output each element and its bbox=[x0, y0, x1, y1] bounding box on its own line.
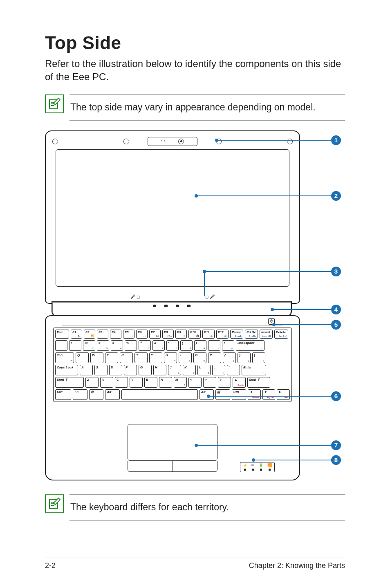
key: Y bbox=[149, 352, 162, 363]
key: F7⌧ bbox=[149, 330, 161, 339]
key: {[ bbox=[223, 352, 236, 363]
camera-lens-icon bbox=[178, 139, 184, 144]
key: X bbox=[100, 377, 113, 388]
key: K2 bbox=[183, 365, 196, 375]
key: ~` bbox=[55, 340, 67, 351]
key: Alt bbox=[105, 389, 120, 400]
key: Enter↵ bbox=[242, 365, 266, 375]
page-number: 2-2 bbox=[45, 561, 56, 570]
status-led: 📶 bbox=[267, 464, 272, 471]
key: F10🔇 bbox=[188, 330, 201, 339]
key: Prt ScSysRq bbox=[245, 330, 258, 339]
note-top: The top side may vary in appearance depe… bbox=[45, 94, 345, 121]
key: ^6 bbox=[139, 340, 151, 351]
callout-3: 3 bbox=[331, 267, 341, 276]
key: ▤ bbox=[215, 389, 230, 400]
mic-icon: 🎤 ◻ bbox=[130, 294, 140, 299]
callout-6: 6 bbox=[331, 391, 341, 401]
key: F bbox=[124, 365, 137, 375]
status-indicators: ⚡✉🔋📶 bbox=[240, 462, 275, 472]
bezel-hole-icon bbox=[287, 139, 293, 144]
key: PauseBreak bbox=[230, 330, 243, 339]
key: &7 bbox=[152, 340, 165, 351]
note-text-1: The top side may vary in appearance depe… bbox=[69, 94, 345, 121]
key: Z bbox=[85, 377, 99, 388]
key: Alt bbox=[199, 389, 214, 400]
key: D bbox=[109, 365, 122, 375]
key: DeleteScr LK bbox=[274, 330, 288, 339]
status-led: ✉ bbox=[251, 464, 255, 471]
key: ◄Home bbox=[248, 389, 261, 400]
key: Ctrl bbox=[232, 389, 247, 400]
key: A bbox=[80, 365, 93, 375]
note-text-2: The keyboard differs for each territory. bbox=[69, 494, 345, 521]
mic-icon: ◻ 🎤 bbox=[205, 294, 215, 299]
key: @2 bbox=[83, 340, 95, 351]
key: H bbox=[153, 365, 166, 375]
keyboard: EscF1ZzF2📶F3F4F5☼↓F6☼↑F7⌧F8□/▭F9📋F10🔇F11… bbox=[53, 328, 292, 402]
key: G bbox=[139, 365, 152, 375]
touchpad-buttons bbox=[128, 461, 217, 472]
key: Tab⇥ bbox=[55, 352, 74, 363]
key: Ctrl bbox=[55, 389, 71, 400]
key: *8 bbox=[166, 340, 179, 351]
key: W bbox=[90, 352, 103, 363]
key: Backspace← bbox=[236, 340, 264, 351]
key: J1 bbox=[168, 365, 181, 375]
intro-text: Refer to the illustration below to ident… bbox=[45, 57, 345, 84]
touchpad bbox=[128, 424, 217, 461]
key: InsertNum LK bbox=[260, 330, 273, 339]
key: ▼PgDn bbox=[262, 389, 276, 400]
key: C bbox=[115, 377, 128, 388]
power-button-icon: ⏻ bbox=[268, 318, 275, 325]
key: #3 bbox=[97, 340, 109, 351]
key bbox=[121, 389, 198, 400]
key: Shift ⇧ bbox=[247, 377, 270, 388]
key: Shift ⇧ bbox=[55, 377, 84, 388]
key: F4 bbox=[110, 330, 121, 339]
callout-1: 1 bbox=[331, 135, 341, 145]
key: += bbox=[222, 340, 234, 351]
note-icon bbox=[45, 494, 64, 513]
note-bottom: The keyboard differs for each territory. bbox=[45, 494, 345, 521]
key: F6☼↑ bbox=[136, 330, 148, 339]
camera-module: 1.3 bbox=[148, 137, 197, 146]
key: $4 bbox=[111, 340, 123, 351]
key: (9 bbox=[180, 340, 193, 351]
key: V bbox=[130, 377, 143, 388]
key: F3 bbox=[97, 330, 108, 339]
key: |\ bbox=[252, 352, 265, 363]
status-led: 🔋 bbox=[259, 464, 263, 471]
key: F8□/▭ bbox=[162, 330, 174, 339]
bezel-hole-icon bbox=[216, 139, 222, 144]
camera-mp-label: 1.3 bbox=[161, 139, 166, 143]
mic-array: 🎤 ◻ ◻ 🎤 bbox=[46, 294, 299, 299]
key: }] bbox=[238, 352, 251, 363]
key: N bbox=[159, 377, 172, 388]
key: "' bbox=[227, 365, 240, 375]
status-led: ⚡ bbox=[243, 464, 247, 471]
key: %5 bbox=[125, 340, 137, 351]
key: !1 bbox=[69, 340, 81, 351]
bezel-hole-icon bbox=[52, 139, 58, 144]
key: ?/ bbox=[218, 377, 231, 388]
callout-7: 7 bbox=[331, 440, 341, 450]
display-panel bbox=[56, 149, 289, 287]
callout-2: 2 bbox=[331, 191, 341, 201]
laptop-diagram: 1.3 🎤 ◻ ◻ 🎤 ⏻ EscF1ZzF2📶F3F4F5☼↓F6☼↑F7⌧F… bbox=[45, 130, 345, 482]
display-assembly: 1.3 🎤 ◻ ◻ 🎤 bbox=[45, 130, 300, 304]
page-title: Top Side bbox=[45, 33, 345, 53]
note-icon bbox=[45, 94, 64, 113]
key: ⊞ bbox=[89, 389, 104, 400]
key: Fn bbox=[73, 389, 87, 400]
key: E bbox=[105, 352, 118, 363]
base-assembly: ⏻ EscF1ZzF2📶F3F4F5☼↓F6☼↑F7⌧F8□/▭F9📋F10🔇F… bbox=[45, 315, 300, 480]
key: F2📶 bbox=[84, 330, 95, 339]
key: <, bbox=[188, 377, 202, 388]
key: >. bbox=[203, 377, 216, 388]
key: T bbox=[134, 352, 148, 363]
key: ▲PgUp bbox=[233, 377, 246, 388]
key: B bbox=[144, 377, 157, 388]
key: R bbox=[120, 352, 133, 363]
key: )0 bbox=[194, 340, 206, 351]
